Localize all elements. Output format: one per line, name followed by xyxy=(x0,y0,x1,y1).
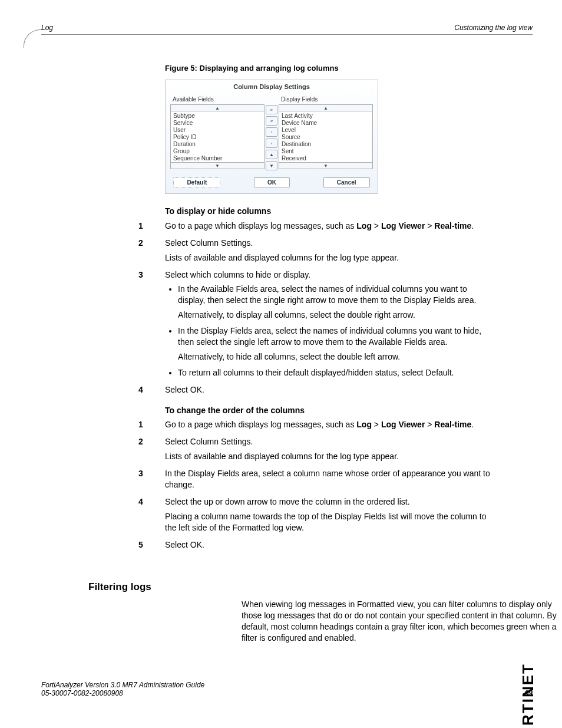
step-number: 3 xyxy=(138,269,143,281)
header-right: Customizing the log view xyxy=(454,24,533,32)
step-number: 2 xyxy=(138,436,143,447)
list-item[interactable]: Sequence Number xyxy=(173,155,262,162)
scroll-down-icon[interactable]: ▼ xyxy=(279,162,373,169)
page-number: 99 xyxy=(525,689,533,697)
section-heading-filtering-logs: Filtering logs xyxy=(88,581,151,593)
default-button[interactable]: Default xyxy=(173,177,220,187)
move-left-button[interactable]: ‹ xyxy=(266,139,277,148)
list-item[interactable]: Level xyxy=(282,127,370,134)
paragraph: When viewing log messages in Formatted v… xyxy=(242,599,562,644)
ok-button[interactable]: OK xyxy=(254,177,290,187)
available-fields-list[interactable]: ▲ Subtype Service User Policy ID Duratio… xyxy=(170,104,265,169)
bullet-item: In the Display Fields area, select the n… xyxy=(178,325,495,363)
list-item[interactable]: Last Activity xyxy=(282,113,370,120)
header-left: Log xyxy=(41,24,53,32)
list-item[interactable]: Group xyxy=(173,148,262,155)
step-text: In the Display Fields area, select a col… xyxy=(165,469,490,489)
step-number: 3 xyxy=(138,468,143,479)
list-item[interactable]: Source xyxy=(282,134,370,141)
move-all-left-button[interactable]: « xyxy=(266,116,277,126)
subheading-change-order: To change the order of the columns xyxy=(165,405,495,416)
list-item[interactable]: User xyxy=(173,127,262,134)
step-subtext: Placing a column name towards the top of… xyxy=(165,511,495,533)
list-item[interactable]: Device Name xyxy=(282,120,370,127)
page-footer: FortiAnalyzer Version 3.0 MR7 Administra… xyxy=(41,681,533,697)
move-down-button[interactable]: ▼ xyxy=(266,161,277,170)
page-header: Log Customizing the log view xyxy=(41,24,533,35)
footer-docnum: 05-30007-0082-20080908 xyxy=(41,689,533,697)
dialog-title: Column Display Settings xyxy=(166,80,378,93)
available-fields-label: Available Fields xyxy=(170,94,265,104)
figure-caption: Figure 5: Displaying and arranging log c… xyxy=(165,64,501,73)
step-text: Go to a page which displays log messages… xyxy=(165,420,474,429)
step-number: 4 xyxy=(138,384,143,396)
step-subtext: Lists of available and displayed columns… xyxy=(165,451,495,462)
step-number: 1 xyxy=(138,419,143,430)
list-item[interactable]: Subtype xyxy=(173,113,262,120)
list-item[interactable]: Service xyxy=(173,120,262,127)
bullet-item: To return all columns to their default d… xyxy=(178,367,495,378)
step-number: 2 xyxy=(138,238,143,249)
subheading-display-hide: To display or hide columns xyxy=(165,206,495,217)
list-item[interactable]: Received xyxy=(282,155,370,162)
step-subtext: Lists of available and displayed columns… xyxy=(165,252,495,263)
move-up-button[interactable]: ▲ xyxy=(266,150,277,159)
move-right-button[interactable]: › xyxy=(266,127,277,137)
step-number: 4 xyxy=(138,496,143,508)
list-item[interactable]: Sent xyxy=(282,148,370,155)
bullet-item: In the Available Fields area, select the… xyxy=(178,284,495,321)
list-item[interactable]: Destination xyxy=(282,141,370,148)
column-display-settings-dialog: Column Display Settings Available Fields… xyxy=(165,80,378,194)
step-text: Select OK. xyxy=(165,540,204,549)
step-text: Select which columns to hide or display. xyxy=(165,270,310,279)
step-text: Select OK. xyxy=(165,385,204,394)
page-corner-decoration xyxy=(24,29,42,48)
list-item[interactable]: Policy ID xyxy=(173,134,262,141)
cancel-button[interactable]: Cancel xyxy=(323,177,370,187)
move-buttons-column: » « › ‹ ▲ ▼ xyxy=(265,94,279,170)
step-text: Select the up or down arrow to move the … xyxy=(165,497,410,506)
move-all-right-button[interactable]: » xyxy=(266,105,277,114)
display-fields-list[interactable]: ▲ Last Activity Device Name Level Source… xyxy=(279,104,373,169)
scroll-down-icon[interactable]: ▼ xyxy=(170,162,265,169)
step-text: Select Column Settings. xyxy=(165,437,253,446)
display-fields-label: Display Fields xyxy=(279,94,373,104)
step-number: 1 xyxy=(138,220,143,232)
step-text: Go to a page which displays log messages… xyxy=(165,221,474,230)
step-number: 5 xyxy=(138,539,143,551)
step-text: Select Column Settings. xyxy=(165,238,253,248)
footer-title: FortiAnalyzer Version 3.0 MR7 Administra… xyxy=(41,681,533,689)
list-item[interactable]: Duration xyxy=(173,141,262,148)
